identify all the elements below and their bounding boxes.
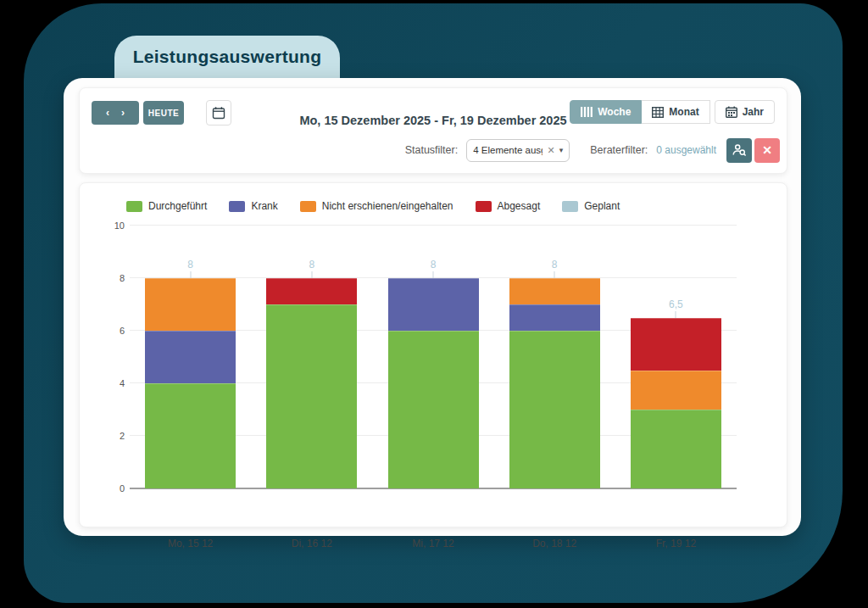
bar-segment[interactable] <box>388 331 479 488</box>
bar-segment[interactable] <box>145 278 236 331</box>
bar-segment[interactable] <box>631 318 721 371</box>
bar-segment[interactable] <box>388 278 479 331</box>
view-tab-label: Jahr <box>743 106 764 118</box>
bar-total-label: 8 <box>431 259 437 271</box>
view-tab-label: Monat <box>669 106 698 118</box>
berater-filter-value: 0 ausgewählt <box>656 144 716 156</box>
bar-segment[interactable] <box>631 371 721 410</box>
main-panel: ‹ › HEUTE Mo, 15 Dezember 2025 - Fr, 19 … <box>64 78 801 536</box>
month-grid-icon <box>652 107 664 118</box>
toolbar: ‹ › HEUTE Mo, 15 Dezember 2025 - Fr, 19 … <box>79 87 787 174</box>
status-filter-select[interactable]: 4 Elemente ausge… ✕ ▾ <box>466 139 570 162</box>
bar-segment[interactable] <box>509 304 600 331</box>
clear-filter-icon[interactable]: ✕ <box>547 145 554 156</box>
y-axis-tick-label: 6 <box>91 326 125 336</box>
bar-total-label: 8 <box>552 259 558 271</box>
chart-card: DurchgeführtKrankNicht erschienen/eingeh… <box>79 182 787 527</box>
y-axis-tick-label: 4 <box>91 378 125 388</box>
bar-segment[interactable] <box>509 278 600 304</box>
y-axis-tick-label: 2 <box>91 431 125 441</box>
y-axis-tick-label: 10 <box>91 220 125 231</box>
view-tab-woche[interactable]: Woche <box>570 100 642 124</box>
berater-clear-button[interactable]: ✕ <box>754 138 780 163</box>
x-axis-category-label: Do, 18 12 <box>532 538 576 549</box>
total-tick-line <box>554 271 555 278</box>
x-axis-category-label: Fr, 19 12 <box>656 538 696 549</box>
total-tick-line <box>190 271 191 278</box>
plot-area: 02468108Mo, 15 128Di, 16 128Mi, 17 128Do… <box>130 226 737 488</box>
chevron-down-icon: ▾ <box>559 146 564 154</box>
x-axis-category-label: Di, 16 12 <box>292 538 332 549</box>
bar-segment[interactable] <box>266 304 357 488</box>
bar-total-label: 8 <box>187 259 193 271</box>
bar-segment[interactable] <box>145 331 236 383</box>
bar-segment[interactable] <box>266 278 357 304</box>
close-icon: ✕ <box>762 143 772 157</box>
bar-total-label: 8 <box>309 259 314 271</box>
toolbar-row-filters: Statusfilter: 4 Elemente ausge… ✕ ▾ Bera… <box>405 137 780 163</box>
x-axis-category-label: Mo, 15 12 <box>168 538 213 549</box>
bar-total-label: 6,5 <box>669 298 683 310</box>
total-tick-line <box>311 271 312 278</box>
status-filter-label: Statusfilter: <box>405 144 459 156</box>
berater-filter-label: Beraterfilter: <box>590 144 648 156</box>
y-axis-tick-label: 0 <box>91 483 125 494</box>
bar-segment[interactable] <box>631 410 721 488</box>
total-tick-line <box>433 271 434 278</box>
total-tick-line <box>676 311 676 318</box>
gridline <box>130 225 737 226</box>
year-calendar-icon <box>726 106 737 118</box>
view-toggle-group: Woche Monat Jahr <box>570 100 775 124</box>
person-search-icon <box>732 143 747 157</box>
y-axis-tick-label: 8 <box>91 273 125 283</box>
berater-search-button[interactable] <box>726 138 752 163</box>
view-tab-monat[interactable]: Monat <box>642 100 709 124</box>
bar-segment[interactable] <box>145 383 236 488</box>
bar-segment[interactable] <box>509 331 600 488</box>
plot-wrap: 02468108Mo, 15 128Di, 16 128Mi, 17 128Do… <box>80 183 787 527</box>
week-columns-icon <box>581 107 593 117</box>
status-filter-value: 4 Elemente ausge… <box>473 145 542 155</box>
view-tab-label: Woche <box>598 106 631 118</box>
x-axis-category-label: Mi, 17 12 <box>412 538 453 549</box>
view-tab-jahr[interactable]: Jahr <box>715 100 775 124</box>
